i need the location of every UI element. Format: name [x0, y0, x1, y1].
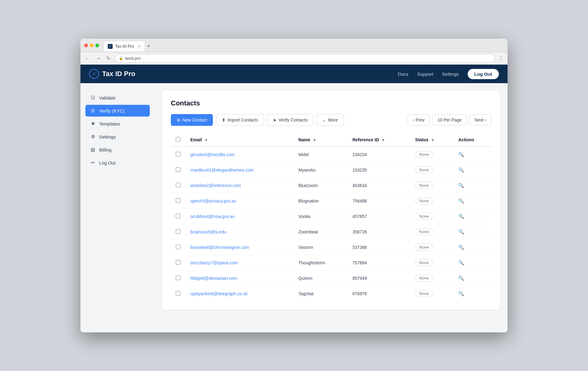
per-page-button[interactable]: 10 Per Page — [432, 114, 467, 126]
row-checkbox-6[interactable] — [176, 245, 180, 249]
row-checkbox-5[interactable] — [176, 229, 180, 234]
new-tab-button[interactable]: + — [147, 43, 150, 49]
email-cell: rmedlicott1@elegantthemes.com — [185, 162, 293, 178]
close-window-button[interactable] — [84, 44, 88, 47]
status-badge-3: None — [415, 197, 433, 204]
select-all-header — [171, 133, 185, 147]
status-badge-9: None — [415, 290, 433, 297]
status-badge-1: None — [415, 166, 433, 173]
minimize-window-button[interactable] — [90, 44, 93, 47]
new-contact-button[interactable]: ⊕ New Contact — [171, 114, 213, 126]
email-link-7[interactable]: smcclancy7@opera.com — [190, 260, 238, 265]
more-button[interactable]: ⌄ More — [317, 114, 344, 126]
actions-cell: 🔍 — [453, 271, 491, 286]
search-action-icon-9[interactable]: 🔍 — [458, 291, 464, 296]
new-contact-label: New Contact — [182, 117, 207, 122]
import-contacts-button[interactable]: ⬆ Import Contacts — [216, 114, 264, 126]
row-checkbox-4[interactable] — [176, 214, 180, 218]
row-checkbox-cell — [171, 147, 185, 162]
table-row: gtrusler0@mozilla.com Midel 234234 None … — [171, 147, 491, 162]
email-cell: smcclancy7@opera.com — [185, 255, 293, 271]
actions-cell: 🔍 — [453, 162, 491, 178]
sidebar-item-validate[interactable]: ☑ Validate — [85, 92, 150, 104]
search-action-icon-6[interactable]: 🔍 — [458, 245, 464, 250]
row-checkbox-9[interactable] — [176, 291, 180, 296]
search-action-icon-4[interactable]: 🔍 — [458, 214, 464, 219]
email-link-4[interactable]: ocubbini4@nsw.gov.au — [190, 214, 235, 219]
search-action-icon-3[interactable]: 🔍 — [458, 198, 464, 203]
table-row: upech3@privacy.gov.au Blognation 756488 … — [171, 193, 491, 209]
email-link-2[interactable]: iemeline2@reference.com — [190, 183, 241, 188]
name-cell: Voomm — [293, 240, 348, 255]
reference-id-cell: 153235 — [348, 162, 410, 178]
actions-column-header: Actions — [453, 133, 491, 147]
import-icon: ⬆ — [222, 117, 226, 122]
row-checkbox-3[interactable] — [176, 198, 180, 203]
name-cell: Blognation — [293, 193, 348, 209]
address-bar[interactable]: 🔒 taxid.pro — [115, 54, 495, 63]
name-column-header[interactable]: Name ▼ — [293, 133, 348, 147]
email-link-9[interactable]: cpetyankin9@telegraph.co.uk — [190, 291, 248, 296]
email-link-3[interactable]: upech3@privacy.gov.au — [190, 198, 236, 203]
email-cell: bcamous5@si.edu — [185, 224, 293, 240]
select-all-checkbox[interactable] — [176, 137, 180, 142]
row-checkbox-cell — [171, 255, 185, 271]
browser-window: ✓ Tax ID Pro ✕ + ← → ↻ 🔒 taxid.pro ⋮ ✓ T… — [80, 39, 508, 332]
name-cell: Midel — [293, 147, 348, 162]
forward-button[interactable]: → — [95, 54, 102, 62]
search-action-icon-8[interactable]: 🔍 — [458, 275, 464, 281]
status-column-header[interactable]: Status ▼ — [410, 133, 453, 147]
reload-button[interactable]: ↻ — [105, 54, 112, 62]
search-action-icon-7[interactable]: 🔍 — [458, 260, 464, 265]
status-badge-6: None — [415, 244, 433, 251]
tab-close-button[interactable]: ✕ — [138, 44, 141, 49]
email-link-6[interactable]: ibroseke6@chronoengine.com — [190, 245, 249, 250]
back-button[interactable]: ← — [84, 54, 92, 62]
sidebar-item-logout[interactable]: ↩ Log Out — [85, 157, 150, 168]
sidebar-verify-kyc-label: Verify (KYC) — [99, 108, 125, 113]
row-checkbox-1[interactable] — [176, 167, 180, 172]
status-cell: None — [410, 240, 453, 255]
browser-nav: ← → ↻ 🔒 taxid.pro ⋮ — [80, 52, 508, 65]
sidebar-item-templates[interactable]: ❖ Templates — [85, 118, 150, 130]
email-column-header[interactable]: Email ▼ — [185, 133, 293, 147]
row-checkbox-7[interactable] — [176, 260, 180, 265]
status-badge-5: None — [415, 228, 433, 235]
status-cell: None — [410, 209, 453, 224]
row-checkbox-0[interactable] — [176, 152, 180, 156]
search-action-icon-1[interactable]: 🔍 — [458, 167, 464, 173]
validate-icon: ☑ — [90, 95, 96, 100]
reference-id-cell: 453634 — [348, 178, 410, 193]
email-link-1[interactable]: rmedlicott1@elegantthemes.com — [190, 168, 254, 173]
support-link[interactable]: Support — [417, 71, 434, 77]
app-container: ✓ Tax ID Pro Docs Support Settings Log O… — [80, 65, 508, 332]
reference-id-column-header[interactable]: Reference ID ▼ — [348, 133, 410, 147]
name-cell: Thoughtstorm — [293, 255, 348, 271]
sidebar-item-verify-kyc[interactable]: ⊟ Verify (KYC) — [85, 105, 150, 117]
sidebar-item-settings[interactable]: ⚙ Settings — [85, 131, 150, 143]
main-content: Contacts ⊕ New Contact ⬆ Import Contacts… — [155, 83, 508, 332]
email-link-5[interactable]: bcamous5@si.edu — [190, 229, 226, 234]
row-checkbox-2[interactable] — [176, 183, 180, 187]
logo-checkmark-icon: ✓ — [92, 71, 96, 76]
name-cell: Zoombeat — [293, 224, 348, 240]
search-action-icon-0[interactable]: 🔍 — [458, 152, 464, 157]
email-link-8[interactable]: hfidge8@deviantart.com — [190, 276, 237, 281]
sidebar-item-billing[interactable]: ▤ Billing — [85, 144, 150, 156]
email-link-0[interactable]: gtrusler0@mozilla.com — [190, 152, 235, 157]
search-action-icon-2[interactable]: 🔍 — [458, 183, 464, 188]
settings-link[interactable]: Settings — [442, 71, 459, 77]
row-checkbox-8[interactable] — [176, 275, 180, 280]
actions-cell: 🔍 — [453, 193, 491, 209]
browser-menu-button[interactable]: ⋮ — [498, 55, 504, 62]
browser-tab[interactable]: ✓ Tax ID Pro ✕ — [104, 41, 145, 51]
next-button[interactable]: Next › — [469, 114, 491, 126]
maximize-window-button[interactable] — [95, 44, 99, 47]
verify-contacts-button[interactable]: ➤ Verify Contacts — [267, 114, 313, 126]
search-action-icon-5[interactable]: 🔍 — [458, 229, 464, 234]
docs-link[interactable]: Docs — [398, 71, 409, 77]
logout-button[interactable]: Log Out — [468, 69, 499, 79]
prev-button[interactable]: ‹ Prev — [408, 114, 430, 126]
tab-favicon: ✓ — [108, 44, 113, 49]
table-row: bcamous5@si.edu Zoombeat 356726 None 🔍 — [171, 224, 491, 240]
